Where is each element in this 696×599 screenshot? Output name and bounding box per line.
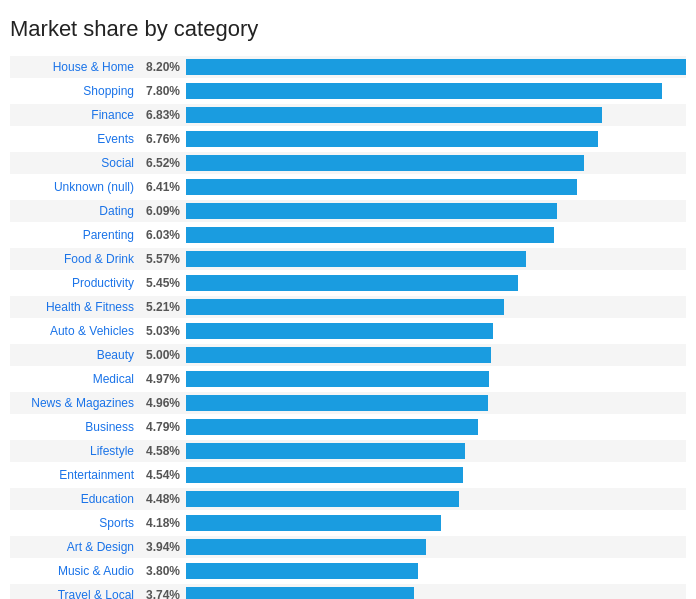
table-row: Auto & Vehicles5.03% [10, 320, 686, 342]
row-value: 6.03% [140, 228, 186, 242]
bar-area [186, 59, 686, 75]
bar-area [186, 467, 686, 483]
table-row: Food & Drink5.57% [10, 248, 686, 270]
row-label: Productivity [10, 276, 140, 290]
bar-area [186, 515, 686, 531]
bar [186, 275, 518, 291]
table-row: Medical4.97% [10, 368, 686, 390]
bar [186, 563, 418, 579]
bar-area [186, 155, 686, 171]
table-row: Business4.79% [10, 416, 686, 438]
bar-area [186, 299, 686, 315]
row-label: Finance [10, 108, 140, 122]
row-value: 3.80% [140, 564, 186, 578]
table-row: Parenting6.03% [10, 224, 686, 246]
bar-area [186, 539, 686, 555]
row-value: 5.00% [140, 348, 186, 362]
row-value: 4.18% [140, 516, 186, 530]
bar [186, 323, 493, 339]
bar [186, 251, 526, 267]
bar-area [186, 179, 686, 195]
bar-area [186, 323, 686, 339]
chart-title: Market share by category [10, 16, 686, 42]
bar-area [186, 107, 686, 123]
row-value: 8.20% [140, 60, 186, 74]
table-row: Art & Design3.94% [10, 536, 686, 558]
row-value: 5.03% [140, 324, 186, 338]
table-row: Entertainment4.54% [10, 464, 686, 486]
bar-area [186, 131, 686, 147]
row-label: Social [10, 156, 140, 170]
table-row: News & Magazines4.96% [10, 392, 686, 414]
bar [186, 155, 584, 171]
bar [186, 299, 504, 315]
row-label: Education [10, 492, 140, 506]
row-value: 6.41% [140, 180, 186, 194]
bar-area [186, 491, 686, 507]
bar-area [186, 371, 686, 387]
bar [186, 587, 414, 599]
row-value: 6.09% [140, 204, 186, 218]
row-label: Events [10, 132, 140, 146]
bar [186, 227, 554, 243]
row-label: Beauty [10, 348, 140, 362]
bar-chart: House & Home8.20%Shopping7.80%Finance6.8… [10, 56, 686, 599]
bar [186, 203, 557, 219]
bar [186, 59, 686, 75]
table-row: Music & Audio3.80% [10, 560, 686, 582]
row-label: Entertainment [10, 468, 140, 482]
bar [186, 131, 598, 147]
bar-area [186, 203, 686, 219]
row-label: Lifestyle [10, 444, 140, 458]
bar-area [186, 419, 686, 435]
row-value: 4.54% [140, 468, 186, 482]
row-value: 4.96% [140, 396, 186, 410]
row-label: Shopping [10, 84, 140, 98]
row-value: 6.76% [140, 132, 186, 146]
row-label: Sports [10, 516, 140, 530]
row-value: 4.58% [140, 444, 186, 458]
table-row: Travel & Local3.74% [10, 584, 686, 599]
table-row: Dating6.09% [10, 200, 686, 222]
row-label: Food & Drink [10, 252, 140, 266]
table-row: Health & Fitness5.21% [10, 296, 686, 318]
bar-area [186, 347, 686, 363]
row-label: Health & Fitness [10, 300, 140, 314]
bar [186, 515, 441, 531]
row-label: Travel & Local [10, 588, 140, 599]
row-value: 4.48% [140, 492, 186, 506]
bar [186, 419, 478, 435]
bar [186, 443, 465, 459]
row-value: 5.21% [140, 300, 186, 314]
table-row: Unknown (null)6.41% [10, 176, 686, 198]
bar-area [186, 83, 686, 99]
bar-area [186, 563, 686, 579]
table-row: Social6.52% [10, 152, 686, 174]
row-label: Auto & Vehicles [10, 324, 140, 338]
table-row: Beauty5.00% [10, 344, 686, 366]
row-label: Business [10, 420, 140, 434]
row-value: 6.83% [140, 108, 186, 122]
row-label: Medical [10, 372, 140, 386]
table-row: Lifestyle4.58% [10, 440, 686, 462]
row-value: 7.80% [140, 84, 186, 98]
bar [186, 347, 491, 363]
row-value: 3.94% [140, 540, 186, 554]
bar [186, 395, 488, 411]
row-value: 5.57% [140, 252, 186, 266]
bar [186, 467, 463, 483]
table-row: Education4.48% [10, 488, 686, 510]
bar-area [186, 443, 686, 459]
bar-area [186, 251, 686, 267]
row-label: House & Home [10, 60, 140, 74]
row-value: 5.45% [140, 276, 186, 290]
row-label: Unknown (null) [10, 180, 140, 194]
table-row: Sports4.18% [10, 512, 686, 534]
row-label: Dating [10, 204, 140, 218]
bar [186, 539, 426, 555]
table-row: Finance6.83% [10, 104, 686, 126]
table-row: Productivity5.45% [10, 272, 686, 294]
bar-area [186, 275, 686, 291]
bar [186, 83, 662, 99]
row-value: 3.74% [140, 588, 186, 599]
